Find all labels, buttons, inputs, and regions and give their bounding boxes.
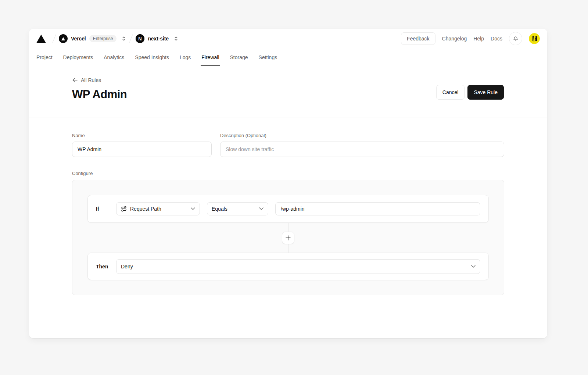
help-link[interactable]: Help xyxy=(473,36,484,42)
save-rule-button[interactable]: Save Rule xyxy=(467,85,504,100)
chevron-down-icon xyxy=(471,265,476,268)
tab-firewall[interactable]: Firewall xyxy=(201,49,219,66)
tab-speed-insights[interactable]: Speed Insights xyxy=(135,49,169,66)
description-input[interactable] xyxy=(220,142,504,157)
notifications-button[interactable] xyxy=(509,32,522,45)
svg-text:N: N xyxy=(139,36,142,42)
add-condition-button[interactable] xyxy=(282,232,294,244)
project-selector-icon[interactable] xyxy=(173,36,179,41)
condition-prefix: If xyxy=(96,206,116,212)
project-tabbar: Project Deployments Analytics Speed Insi… xyxy=(29,49,547,66)
name-input[interactable] xyxy=(72,142,212,157)
condition-value-input[interactable] xyxy=(275,202,480,215)
plan-badge: Enterprise xyxy=(89,35,117,42)
project-switcher[interactable]: N next-site xyxy=(136,34,179,43)
team-avatar xyxy=(59,34,68,43)
docs-link[interactable]: Docs xyxy=(491,36,502,42)
plus-icon xyxy=(286,235,291,240)
tab-analytics[interactable]: Analytics xyxy=(104,49,124,66)
back-link-label: All Rules xyxy=(81,77,101,83)
route-icon xyxy=(121,206,127,212)
user-avatar[interactable] xyxy=(529,33,540,44)
rule-hero: All Rules WP Admin Cancel Save Rule xyxy=(29,66,547,118)
tab-storage[interactable]: Storage xyxy=(230,49,248,66)
project-name[interactable]: next-site xyxy=(148,36,169,42)
breadcrumb-slash-icon xyxy=(129,35,133,43)
vercel-logo-icon[interactable] xyxy=(36,35,46,43)
chevron-down-icon xyxy=(259,207,263,210)
team-name[interactable]: Vercel xyxy=(71,36,86,42)
feedback-button[interactable]: Feedback xyxy=(401,32,435,45)
action-value: Deny xyxy=(121,264,133,269)
changelog-link[interactable]: Changelog xyxy=(442,36,467,42)
bell-icon xyxy=(513,36,519,42)
back-arrow-icon xyxy=(72,77,78,83)
breadcrumb-slash-icon xyxy=(53,35,56,43)
tab-settings[interactable]: Settings xyxy=(259,49,277,66)
tab-deployments[interactable]: Deployments xyxy=(63,49,93,66)
dashboard-window: Vercel Enterprise N next-site Feedback C… xyxy=(29,29,547,338)
top-header: Vercel Enterprise N next-site Feedback C… xyxy=(29,29,547,49)
back-to-all-rules-link[interactable]: All Rules xyxy=(72,77,101,83)
name-label: Name xyxy=(72,133,212,138)
rule-form: Name Description (Optional) Configure If… xyxy=(29,118,547,295)
condition-operator-value: Equals xyxy=(212,206,227,212)
rule-connector xyxy=(87,223,489,253)
configure-card: If Request Path Equals xyxy=(72,180,504,295)
condition-field-value: Request Path xyxy=(130,206,161,212)
action-card: Then Deny xyxy=(87,253,489,280)
tab-logs[interactable]: Logs xyxy=(180,49,191,66)
team-switcher[interactable]: Vercel Enterprise xyxy=(59,34,126,43)
project-avatar: N xyxy=(136,34,144,43)
configure-label: Configure xyxy=(72,171,504,176)
description-label: Description (Optional) xyxy=(220,133,504,138)
action-select[interactable]: Deny xyxy=(116,259,480,274)
cancel-button[interactable]: Cancel xyxy=(436,85,465,100)
action-prefix: Then xyxy=(96,264,116,269)
chevron-down-icon xyxy=(191,207,195,210)
condition-card: If Request Path Equals xyxy=(87,195,489,223)
condition-operator-select[interactable]: Equals xyxy=(207,202,268,215)
team-selector-icon[interactable] xyxy=(121,36,126,41)
tab-project[interactable]: Project xyxy=(36,49,53,66)
condition-field-select[interactable]: Request Path xyxy=(116,202,200,215)
